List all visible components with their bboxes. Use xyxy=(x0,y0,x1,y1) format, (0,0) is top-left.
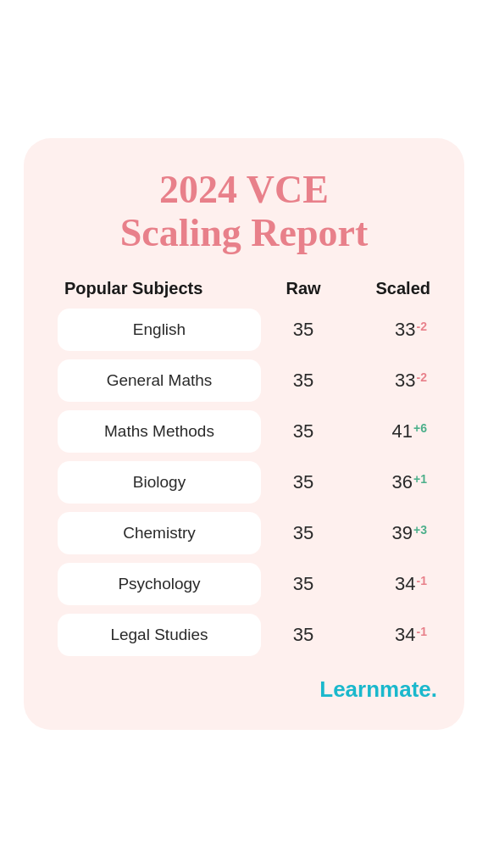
scaled-value: 36 xyxy=(392,471,413,493)
raw-cell: 35 xyxy=(261,624,346,646)
raw-cell: 35 xyxy=(261,573,346,595)
delta-badge: +3 xyxy=(413,523,427,537)
delta-badge: +6 xyxy=(413,421,427,435)
table-header: Popular Subjects Raw Scaled xyxy=(51,279,437,309)
header-scaled: Scaled xyxy=(346,279,430,298)
table-row: Biology3536+1 xyxy=(51,461,437,504)
table-row: Legal Studies3534-1 xyxy=(51,614,437,656)
table-row: English3533-2 xyxy=(51,309,437,351)
subject-cell: Legal Studies xyxy=(58,614,261,656)
delta-badge: -2 xyxy=(417,320,427,333)
scaled-value: 39 xyxy=(392,522,413,544)
rows-container: English3533-2General Maths3533-2Maths Me… xyxy=(51,309,437,656)
table-row: Psychology3534-1 xyxy=(51,563,437,605)
raw-cell: 35 xyxy=(261,420,346,442)
scaled-cell: 34-1 xyxy=(346,624,430,646)
delta-badge: -1 xyxy=(417,625,427,638)
delta-badge: -1 xyxy=(417,574,427,587)
subject-cell: Biology xyxy=(58,461,261,504)
scaled-value: 33 xyxy=(395,370,415,392)
scaled-cell: 36+1 xyxy=(346,471,430,493)
subject-cell: General Maths xyxy=(58,359,261,402)
table-row: General Maths3533-2 xyxy=(51,359,437,402)
delta-badge: -2 xyxy=(417,370,427,384)
header-subject: Popular Subjects xyxy=(64,279,261,298)
delta-badge: +1 xyxy=(413,472,427,486)
header-raw: Raw xyxy=(261,279,346,298)
report-card: 2024 VCE Scaling Report Popular Subjects… xyxy=(24,138,464,729)
subject-cell: Chemistry xyxy=(58,512,261,554)
scaled-value: 33 xyxy=(395,319,415,341)
scaled-value: 41 xyxy=(392,420,413,442)
scaled-value: 34 xyxy=(395,573,415,595)
raw-cell: 35 xyxy=(261,370,346,392)
scaled-cell: 33-2 xyxy=(346,319,430,341)
table-row: Chemistry3539+3 xyxy=(51,512,437,554)
branding-label: Learnmate. xyxy=(51,676,437,703)
raw-cell: 35 xyxy=(261,471,346,493)
raw-cell: 35 xyxy=(261,319,346,341)
report-title: 2024 VCE Scaling Report xyxy=(51,169,437,254)
table-row: Maths Methods3541+6 xyxy=(51,410,437,453)
subject-cell: English xyxy=(58,309,261,351)
scaled-cell: 39+3 xyxy=(346,522,430,544)
subject-cell: Maths Methods xyxy=(58,410,261,453)
scaled-cell: 33-2 xyxy=(346,370,430,392)
scaled-cell: 34-1 xyxy=(346,573,430,595)
raw-cell: 35 xyxy=(261,522,346,544)
scaled-cell: 41+6 xyxy=(346,420,430,442)
subject-cell: Psychology xyxy=(58,563,261,605)
scaled-value: 34 xyxy=(395,624,415,646)
